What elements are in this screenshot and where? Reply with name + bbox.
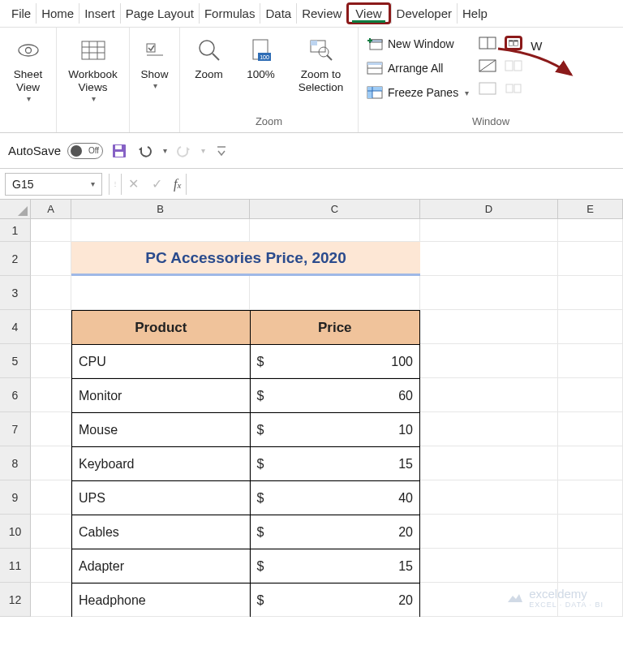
row-header-9[interactable]: 9: [0, 480, 31, 515]
select-all-button[interactable]: [0, 200, 31, 218]
svg-rect-38: [514, 41, 518, 42]
autosave-toggle[interactable]: Off: [67, 143, 103, 159]
fx-icon[interactable]: fx: [169, 177, 186, 192]
freeze-panes-label: Freeze Panes: [388, 86, 458, 99]
row-header-1[interactable]: 1: [0, 219, 31, 242]
cell-price[interactable]: $100: [250, 345, 419, 379]
table-row[interactable]: Adapter$15: [72, 549, 420, 584]
cell-price[interactable]: $15: [250, 447, 419, 481]
hide-button[interactable]: [479, 58, 496, 73]
zoom-selection-button[interactable]: Zoom to Selection: [287, 32, 355, 97]
row-header-4[interactable]: 4: [0, 310, 31, 344]
eye-icon: [17, 36, 40, 65]
cell-price[interactable]: $20: [250, 515, 419, 549]
svg-rect-39: [505, 61, 513, 71]
tab-data[interactable]: Data: [260, 3, 296, 24]
redo-dropdown[interactable]: ▾: [201, 146, 205, 155]
col-header-A[interactable]: A: [31, 200, 71, 218]
magnifier-icon: [197, 36, 221, 65]
table-row[interactable]: Monitor$60: [72, 379, 420, 413]
arrange-all-button[interactable]: Arrange All: [365, 58, 470, 78]
row-header-5[interactable]: 5: [0, 344, 31, 378]
cell-price[interactable]: $15: [250, 549, 419, 584]
cell-price[interactable]: $60: [250, 379, 419, 413]
svg-point-1: [25, 48, 31, 54]
table-row[interactable]: Cables$20: [72, 515, 420, 549]
cell-price[interactable]: $10: [250, 413, 419, 447]
workbook-views-label: Workbook Views: [66, 68, 121, 94]
cell-product[interactable]: Monitor: [72, 379, 251, 413]
chevron-down-icon: ▾: [27, 94, 31, 104]
tab-formulas[interactable]: Formulas: [199, 3, 260, 24]
tab-insert[interactable]: Insert: [79, 3, 120, 24]
new-window-button[interactable]: New Window: [365, 34, 470, 54]
split-button[interactable]: [479, 36, 496, 50]
view-side-by-side-button[interactable]: [505, 36, 522, 50]
zoom-button[interactable]: Zoom: [183, 32, 235, 84]
formula-input[interactable]: [187, 173, 623, 196]
tab-view[interactable]: View: [346, 2, 390, 24]
redo-button[interactable]: [174, 141, 193, 161]
sheet-view-button[interactable]: Sheet View ▾: [0, 32, 57, 107]
table-row[interactable]: Mouse$10: [72, 413, 420, 447]
tab-home[interactable]: Home: [36, 3, 79, 24]
tab-help[interactable]: Help: [457, 3, 492, 24]
chevron-down-icon: ▾: [465, 88, 469, 97]
row-header-6[interactable]: 6: [0, 378, 31, 412]
undo-dropdown[interactable]: ▾: [163, 146, 167, 155]
quick-access-toolbar: AutoSave Off ▾ ▾: [0, 133, 623, 169]
unhide-button[interactable]: [479, 81, 496, 96]
cell-product[interactable]: Adapter: [72, 549, 251, 584]
cell-product[interactable]: UPS: [72, 481, 251, 515]
sync-scroll-button[interactable]: [505, 58, 522, 73]
th-price[interactable]: Price: [250, 311, 419, 345]
sheet-title[interactable]: PC Accessories Price, 2020: [71, 242, 420, 276]
cell-product[interactable]: Headphone: [72, 584, 251, 618]
row-header-2[interactable]: 2: [0, 242, 31, 276]
zoom-100-button[interactable]: 100 100%: [237, 32, 286, 84]
col-header-C[interactable]: C: [250, 200, 420, 218]
col-header-E[interactable]: E: [558, 200, 623, 218]
name-box[interactable]: G15 ▾: [5, 173, 102, 196]
row-header-7[interactable]: 7: [0, 412, 31, 446]
new-window-label: New Window: [388, 37, 454, 50]
tab-developer[interactable]: Developer: [391, 3, 457, 24]
cell-price[interactable]: $40: [250, 481, 419, 515]
cell-price[interactable]: $20: [250, 584, 419, 618]
reset-window-button[interactable]: [505, 81, 522, 96]
svg-rect-15: [311, 41, 317, 45]
show-button[interactable]: Show ▾: [132, 32, 178, 94]
table-row[interactable]: UPS$40: [72, 481, 420, 515]
table-row[interactable]: Headphone$20: [72, 584, 420, 618]
cell-product[interactable]: CPU: [72, 345, 251, 379]
autosave-label: AutoSave: [8, 144, 61, 157]
zoom-100-label: 100%: [247, 68, 275, 81]
cutoff-text: W: [527, 32, 542, 53]
cells-area[interactable]: PC Accessories Price, 2020 Product Price…: [31, 219, 623, 617]
enter-icon[interactable]: ✓: [145, 176, 169, 192]
tab-file[interactable]: File: [6, 3, 36, 24]
undo-button[interactable]: [135, 141, 155, 161]
freeze-panes-button[interactable]: Freeze Panes ▾: [365, 83, 470, 102]
table-row[interactable]: Keyboard$15: [72, 447, 420, 481]
tab-review[interactable]: Review: [296, 3, 346, 24]
th-product[interactable]: Product: [72, 311, 251, 345]
qat-customize[interactable]: [212, 141, 231, 161]
cell-product[interactable]: Keyboard: [72, 447, 251, 481]
row-header-8[interactable]: 8: [0, 446, 31, 480]
row-header-12[interactable]: 12: [0, 583, 31, 617]
save-button[interactable]: [110, 141, 129, 161]
svg-rect-44: [115, 145, 122, 149]
table-row[interactable]: CPU$100: [72, 345, 420, 379]
row-header-10[interactable]: 10: [0, 515, 31, 549]
row-header-11[interactable]: 11: [0, 549, 31, 583]
cell-product[interactable]: Mouse: [72, 413, 251, 447]
col-header-B[interactable]: B: [71, 200, 250, 218]
workbook-views-button[interactable]: Workbook Views ▾: [59, 32, 127, 107]
cell-product[interactable]: Cables: [72, 515, 251, 549]
row-header-3[interactable]: 3: [0, 276, 31, 310]
cancel-icon[interactable]: ✕: [122, 176, 145, 192]
col-header-D[interactable]: D: [420, 200, 558, 218]
expand-icon[interactable]: ⋮: [110, 180, 121, 187]
tab-page-layout[interactable]: Page Layout: [120, 3, 199, 24]
